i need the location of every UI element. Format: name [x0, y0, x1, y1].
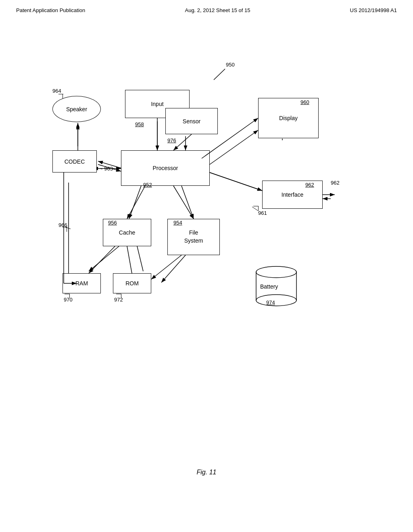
svg-line-11	[89, 246, 119, 271]
display-component: Display	[258, 98, 319, 138]
ref-963-label: ~ 963	[100, 166, 113, 172]
svg-point-23	[256, 295, 296, 306]
svg-line-15	[210, 172, 262, 191]
ref-960-label: 960	[300, 99, 309, 105]
ref-961-label: 961	[258, 210, 267, 216]
ref-950-label: 950	[226, 62, 235, 68]
filesystem-label-line2: System	[184, 237, 203, 244]
ref-970-label: 970	[64, 297, 73, 303]
filesystem-label-line1: File	[189, 229, 198, 236]
ref-974-label: 974	[266, 299, 275, 305]
ref-964-label: 964	[52, 88, 61, 94]
svg-line-12	[137, 246, 143, 271]
svg-line-37	[127, 246, 132, 273]
ref-954-label: 954	[173, 220, 182, 226]
svg-line-35	[181, 186, 194, 219]
speaker-component: Speaker	[52, 96, 101, 122]
sensor-component: Sensor	[165, 108, 218, 134]
svg-line-9	[129, 186, 141, 219]
svg-line-34	[127, 186, 145, 219]
ref-972-label: 972	[114, 297, 123, 303]
svg-line-6	[210, 130, 258, 164]
svg-line-3	[214, 69, 225, 80]
ref-958-label: 958	[135, 121, 144, 127]
ref-956-label: 956	[108, 220, 117, 226]
svg-line-20	[252, 207, 258, 211]
svg-line-31	[210, 172, 262, 191]
svg-line-38	[151, 255, 181, 279]
diagram-area: 950 Speaker 964 CODEC ~ 963 Input 958 Se…	[0, 21, 413, 465]
ref-952-label: 952	[143, 182, 152, 188]
rom-component: ROM	[113, 273, 151, 293]
svg-line-13	[161, 255, 186, 283]
header-middle: Aug. 2, 2012 Sheet 15 of 15	[185, 7, 250, 13]
svg-line-29	[173, 134, 192, 150]
figure-caption: Fig. 11	[0, 469, 413, 476]
svg-line-10	[173, 186, 194, 219]
codec-component: CODEC	[52, 150, 97, 172]
ref-976-label: 976	[167, 137, 176, 143]
ref-962-label: 962	[305, 182, 314, 188]
ext-ref-962: 962	[331, 180, 340, 186]
page-header: Patent Application Publication Aug. 2, 2…	[0, 0, 413, 13]
svg-line-36	[89, 246, 115, 273]
ram-component: RAM	[63, 273, 101, 293]
processor-component: Processor	[121, 150, 210, 186]
header-right: US 2012/194998 A1	[350, 7, 397, 13]
header-left: Patent Application Publication	[16, 7, 85, 13]
battery-label: Battery	[260, 283, 278, 290]
svg-point-22	[256, 266, 296, 278]
